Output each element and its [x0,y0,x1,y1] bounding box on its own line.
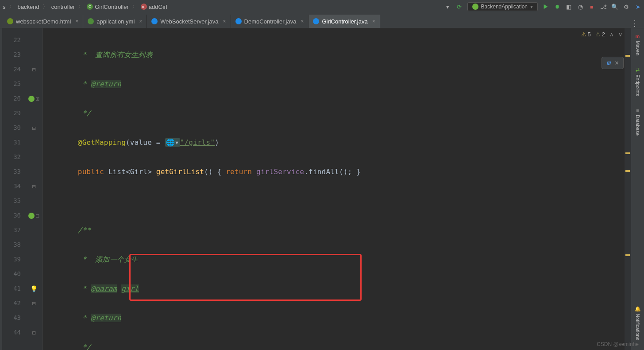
spring-gutter-icon[interactable] [28,96,35,102]
endpoints-icon: ⇄ [636,67,640,73]
tool-icon: m [606,59,610,67]
tab-label: GirlController.java [322,18,367,25]
run-configuration-selector[interactable]: BackendApplication ▾ [467,2,538,11]
close-icon[interactable]: × [221,18,226,24]
breadcrumb-backend[interactable]: backend [18,4,39,10]
fold-toggle[interactable]: ⊞ [35,95,39,102]
editor[interactable]: 2223242526293031323334353637383940414243… [2,28,631,350]
tab-label: DemoController.java [244,18,297,25]
maven-tool-button[interactable]: mMaven [635,31,640,61]
gutter-icons: ⊟ ⊞ ⊟ ⊟ ⊟ 💡 ⊟ ⊟ [25,28,43,350]
database-tool-button[interactable]: ≡Database [635,105,640,141]
close-icon[interactable]: × [137,18,142,24]
tab-label: WebSocketServer.java [160,18,218,25]
chevron-right-icon: 〉 [8,3,16,11]
right-tool-sidebar: mMaven ⇄Endpoints ≡Database 🔔Notificatio… [631,28,644,350]
run-button[interactable] [542,3,549,10]
tab-democontroller[interactable]: DemoController.java× [231,15,309,28]
code-area[interactable]: * 查询所有女生列表 * @return */ @GetMapping(valu… [43,28,625,350]
toolbar-right: ▾ ⟳ BackendApplication ▾ ◧ ◔ ■ ⎇ 🔍 ⚙ ➤ [444,2,641,11]
chevron-up-icon[interactable]: ∧ [609,31,614,38]
endpoints-tool-button[interactable]: ⇄Endpoints [635,64,640,101]
chevron-down-icon: ▾ [530,4,533,10]
chevron-down-icon[interactable]: ∨ [618,31,623,38]
tab-websocketdemo[interactable]: websocketDemo.html× [3,15,83,28]
breadcrumb-class-label: GirlController [95,4,129,10]
close-icon[interactable]: × [615,59,619,67]
java-file-icon [235,18,242,24]
editor-main: 2223242526293031323334353637383940414243… [0,28,644,350]
stop-button[interactable]: ■ [588,3,595,10]
fold-toggle[interactable]: ⊟ [32,329,35,336]
chevron-right-icon: 〉 [77,3,85,11]
line-numbers: 2223242526293031323334353637383940414243… [2,28,25,350]
warning-count: 5 [588,31,591,38]
debug-button[interactable] [554,3,561,10]
html-file-icon [7,18,13,24]
method-icon: m [141,4,147,10]
chevron-right-icon: 〉 [41,3,50,11]
tab-application-yml[interactable]: application.yml× [83,15,147,28]
watermark: CSDN @veminhe [597,341,639,347]
tab-label: application.yml [96,18,135,25]
git-icon[interactable]: ⎇ [600,3,607,10]
close-icon[interactable]: × [370,18,375,24]
weak-warning-icon: ⚠ [595,31,601,38]
breadcrumb-method-label: addGirl [149,4,167,10]
intention-bulb-icon[interactable]: 💡 [30,285,38,292]
build-icon[interactable]: ⟳ [456,3,463,10]
profile-button[interactable]: ◔ [577,3,584,10]
chevron-right-icon: 〉 [131,3,139,11]
more-tabs-button[interactable]: ⋮ [625,19,644,28]
maven-icon: m [636,34,640,39]
navigation-bar: s 〉 backend 〉 controller 〉 CGirlControll… [0,0,644,13]
bell-icon: 🔔 [635,306,641,312]
breadcrumb-controller[interactable]: controller [51,4,75,10]
notifications-tool-button[interactable]: 🔔Notifications [635,303,641,346]
spring-icon [472,4,478,10]
tab-label: websocketDemo.html [16,18,71,25]
fold-toggle[interactable]: ⊟ [32,66,35,73]
warning-icon: ⚠ [581,31,586,38]
fold-toggle[interactable]: ⊟ [35,212,39,219]
editor-tabs: websocketDemo.html× application.yml× Web… [0,13,644,28]
close-icon[interactable]: × [299,18,304,24]
error-stripe[interactable] [625,28,631,350]
close-icon[interactable]: × [73,18,78,24]
tab-girlcontroller[interactable]: GirlController.java× [309,15,380,28]
tab-websocketserver[interactable]: WebSocketServer.java× [147,15,231,28]
breadcrumbs: s 〉 backend 〉 controller 〉 CGirlControll… [3,3,444,11]
fold-toggle[interactable]: ⊟ [32,183,35,190]
arrow-icon[interactable]: ➤ [634,3,641,10]
breadcrumb-root[interactable]: s [3,4,6,10]
user-icon[interactable]: ▾ [444,3,451,10]
database-icon: ≡ [636,108,639,113]
fold-toggle[interactable]: ⊟ [32,300,35,307]
java-file-icon [151,18,158,24]
search-icon[interactable]: 🔍 [611,3,618,10]
class-icon: C [87,4,93,10]
spring-gutter-icon[interactable] [28,213,35,219]
weak-warning-count: 2 [602,31,605,38]
run-configuration-label: BackendApplication [481,4,528,10]
breadcrumb-class[interactable]: CGirlController [87,4,129,10]
coverage-button[interactable]: ◧ [565,3,572,10]
yml-file-icon [88,18,94,24]
breadcrumb-method[interactable]: maddGirl [141,4,167,10]
java-file-icon [313,18,319,24]
fold-toggle[interactable]: ⊟ [32,124,35,132]
inspection-widget[interactable]: ⚠5 ⚠2 ∧ ∨ [581,31,623,38]
floating-tool-widget[interactable]: m × [602,57,624,69]
settings-icon[interactable]: ⚙ [623,3,630,10]
